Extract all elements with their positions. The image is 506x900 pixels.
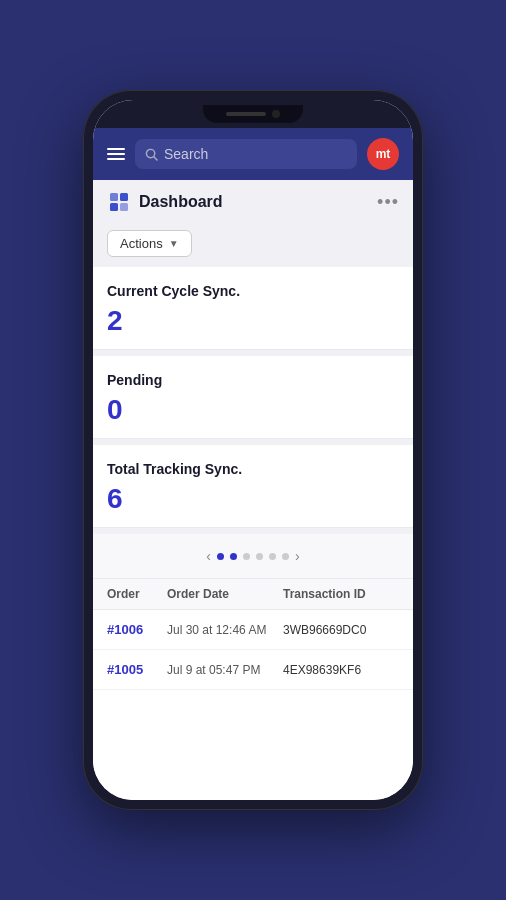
status-bar	[93, 100, 413, 128]
pagination-dot-3[interactable]	[243, 553, 250, 560]
search-icon	[145, 148, 158, 161]
sub-header: Dashboard •••	[93, 180, 413, 224]
col-header-order: Order	[107, 587, 167, 601]
next-page-button[interactable]: ›	[295, 548, 300, 564]
stat-card-current-cycle: Current Cycle Sync. 2	[93, 267, 413, 350]
stat-card-total-tracking: Total Tracking Sync. 6	[93, 445, 413, 528]
actions-bar: Actions ▼	[93, 224, 413, 267]
table-header: Order Order Date Transaction ID	[93, 579, 413, 610]
transaction-id: 4EX98639KF6	[283, 663, 399, 677]
pagination-dot-4[interactable]	[256, 553, 263, 560]
pagination-dot-6[interactable]	[282, 553, 289, 560]
more-options-icon[interactable]: •••	[377, 192, 399, 213]
order-date: Jul 9 at 05:47 PM	[167, 663, 283, 677]
app-header: Search mt	[93, 128, 413, 180]
pagination-row: ‹ ›	[93, 534, 413, 579]
svg-rect-2	[110, 193, 118, 201]
order-date: Jul 30 at 12:46 AM	[167, 623, 283, 637]
pagination-dot-1[interactable]	[217, 553, 224, 560]
order-link[interactable]: #1005	[107, 662, 167, 677]
pagination-dot-5[interactable]	[269, 553, 276, 560]
speaker	[226, 112, 266, 116]
main-content: Current Cycle Sync. 2 Pending 0 Total Tr…	[93, 267, 413, 800]
hamburger-menu-icon[interactable]	[107, 148, 125, 160]
stat-value-total-tracking: 6	[107, 483, 399, 515]
table-row[interactable]: #1005 Jul 9 at 05:47 PM 4EX98639KF6	[93, 650, 413, 690]
svg-rect-4	[110, 203, 118, 211]
col-header-txn: Transaction ID	[283, 587, 399, 601]
actions-button[interactable]: Actions ▼	[107, 230, 192, 257]
dashboard-title-wrap: Dashboard	[107, 190, 223, 214]
svg-rect-3	[120, 193, 128, 201]
stat-card-pending: Pending 0	[93, 356, 413, 439]
caret-down-icon: ▼	[169, 238, 179, 249]
svg-rect-5	[120, 203, 128, 211]
col-header-date: Order Date	[167, 587, 283, 601]
notch	[203, 105, 303, 123]
order-link[interactable]: #1006	[107, 622, 167, 637]
transaction-id: 3WB96669DC0	[283, 623, 399, 637]
phone-frame: Search mt Dashboard ••• Actions	[83, 90, 423, 810]
phone-screen: Search mt Dashboard ••• Actions	[93, 100, 413, 800]
stat-label-current-cycle: Current Cycle Sync.	[107, 283, 399, 299]
search-placeholder: Search	[164, 146, 208, 162]
avatar[interactable]: mt	[367, 138, 399, 170]
camera	[272, 110, 280, 118]
stat-label-total-tracking: Total Tracking Sync.	[107, 461, 399, 477]
search-bar[interactable]: Search	[135, 139, 357, 169]
pagination-dot-2[interactable]	[230, 553, 237, 560]
dashboard-icon	[107, 190, 131, 214]
dashboard-title: Dashboard	[139, 193, 223, 211]
stat-value-current-cycle: 2	[107, 305, 399, 337]
stat-label-pending: Pending	[107, 372, 399, 388]
svg-line-1	[154, 156, 157, 159]
table-row[interactable]: #1006 Jul 30 at 12:46 AM 3WB96669DC0	[93, 610, 413, 650]
prev-page-button[interactable]: ‹	[206, 548, 211, 564]
stat-value-pending: 0	[107, 394, 399, 426]
